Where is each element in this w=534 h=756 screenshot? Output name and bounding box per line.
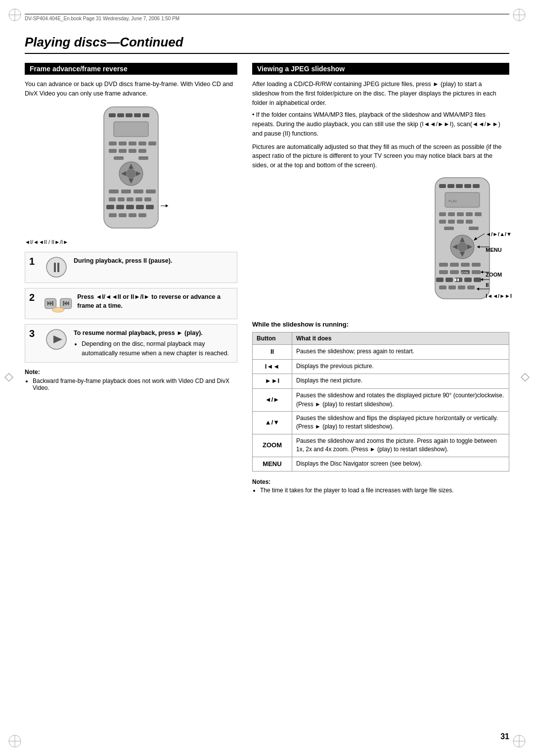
svg-rect-26: [109, 149, 117, 153]
table-button-cell: I◄◄: [253, 359, 292, 374]
svg-rect-74: [439, 184, 446, 188]
step-1-text: During playback, press II (pause).: [74, 256, 172, 266]
svg-rect-49: [126, 205, 134, 209]
right-para1: After loading a CD/CD-R/RW containing JP…: [252, 80, 509, 139]
svg-rect-112: [455, 279, 456, 281]
svg-rect-83: [457, 212, 464, 216]
menu-label: MENU: [486, 246, 512, 253]
svg-rect-40: [134, 189, 143, 193]
slideshow-section: While the slideshow is running: Button W…: [252, 321, 509, 494]
left-note-section: Note: Backward frame-by-frame playback d…: [25, 369, 237, 391]
svg-rect-47: [106, 205, 114, 209]
svg-rect-117: [467, 285, 475, 289]
table-row: IIPauses the slideshow; press again to r…: [253, 344, 509, 359]
svg-rect-28: [129, 149, 136, 153]
main-content: Playing discs—Continued Frame advance/fr…: [25, 35, 509, 726]
table-desc-cell: Pauses the slideshow and rotates the dis…: [292, 389, 509, 412]
svg-rect-45: [135, 197, 142, 201]
right-para2: Pictures are automatically adjusted so t…: [252, 142, 509, 170]
right-notes-heading: Notes:: [252, 478, 270, 485]
svg-rect-46: [144, 197, 151, 201]
svg-rect-38: [109, 189, 119, 193]
table-desc-cell: Displays the Disc Navigator screen (see …: [292, 457, 509, 472]
svg-rect-82: [448, 212, 455, 216]
left-column: Frame advance/frame reverse You can adva…: [25, 63, 237, 391]
svg-rect-60: [54, 263, 56, 272]
svg-text:ZOOM: ZOOM: [461, 271, 468, 274]
left-note-1: Backward frame-by-frame playback does no…: [33, 378, 237, 391]
step-1-icon: [44, 256, 69, 279]
svg-rect-111: [474, 278, 481, 282]
svg-rect-88: [457, 220, 464, 224]
side-mark-right: [520, 373, 530, 384]
svg-rect-50: [136, 205, 144, 209]
svg-rect-52: [109, 213, 117, 217]
table-desc-cell: Pauses the slideshow; press again to res…: [292, 344, 509, 359]
step-3-main: To resume normal playback, press ► (play…: [74, 330, 203, 336]
corner-mark-br: [512, 734, 527, 749]
svg-rect-55: [138, 213, 146, 217]
svg-rect-31: [138, 156, 148, 160]
table-button-cell: ►►I: [253, 374, 292, 389]
svg-rect-102: [439, 270, 448, 274]
remote-right-labels: ◄/►/▲/▼ MENU ZOOM II I◄◄/►►I: [486, 175, 512, 299]
svg-point-33: [126, 169, 136, 179]
svg-rect-115: [448, 285, 456, 289]
right-note-1: The time it takes for the player to load…: [260, 487, 509, 494]
corner-mark-bl: [7, 734, 22, 749]
steps-container: 1 During playback, press II (pause).: [25, 252, 237, 363]
step-3-text: To resume normal playback, press ► (play…: [74, 329, 233, 358]
svg-point-70: [52, 307, 64, 312]
side-mark-left: [4, 373, 14, 384]
svg-rect-84: [466, 212, 473, 216]
svg-rect-21: [109, 142, 117, 145]
svg-rect-43: [118, 197, 125, 201]
left-remote-label: ◄I/◄◄II / II►/I►: [25, 239, 237, 245]
svg-rect-77: [464, 184, 471, 188]
svg-rect-30: [114, 156, 124, 160]
arrow-label: ◄/►/▲/▼: [486, 231, 512, 237]
svg-rect-65: [52, 301, 53, 306]
svg-rect-75: [447, 184, 454, 188]
right-notes-section: Notes: The time it takes for the player …: [252, 478, 509, 494]
svg-rect-99: [450, 263, 459, 267]
svg-rect-98: [439, 263, 448, 267]
page-title: Playing discs—Continued: [25, 35, 509, 54]
svg-rect-101: [472, 263, 481, 267]
skip-label: I◄◄/►►I: [486, 292, 512, 299]
table-row: ►►IDisplays the next picture.: [253, 374, 509, 389]
svg-marker-12: [5, 374, 13, 381]
page-title-text: Playing discs—Continued: [25, 35, 183, 49]
svg-marker-13: [521, 374, 529, 381]
table-row: ◄/►Pauses the slideshow and rotates the …: [253, 389, 509, 412]
table-button-cell: ◄/►: [253, 389, 292, 412]
svg-rect-76: [456, 184, 463, 188]
step-3-number: 3: [29, 329, 39, 338]
step-2-icon: [44, 292, 72, 315]
svg-rect-42: [109, 197, 116, 201]
table-row: I◄◄Displays the previous picture.: [253, 359, 509, 374]
step-1-number: 1: [29, 256, 39, 266]
left-remote-svg: II: [91, 104, 171, 233]
svg-rect-110: [464, 278, 472, 282]
svg-rect-85: [475, 212, 482, 216]
step-3-bullet: Depending on the disc, normal playback m…: [82, 339, 233, 358]
svg-rect-25: [148, 142, 156, 145]
table-button-cell: II: [253, 344, 292, 359]
svg-rect-15: [109, 113, 116, 117]
top-bar: DV-SP404.404E_En.book Page 31 Wednesday,…: [25, 14, 509, 21]
svg-rect-41: [146, 189, 156, 193]
right-column: Viewing a JPEG slideshow After loading a…: [252, 63, 509, 494]
step-2: 2: [25, 288, 237, 319]
corner-mark-tr: [512, 7, 527, 22]
table-col2-header: What it does: [292, 332, 509, 344]
svg-rect-18: [134, 113, 141, 117]
svg-rect-113: [457, 279, 459, 281]
right-remote-wrapper: PLAY: [252, 175, 509, 314]
svg-rect-81: [439, 212, 446, 216]
table-desc-cell: Displays the next picture.: [292, 374, 509, 389]
table-button-cell: MENU: [253, 457, 292, 472]
top-bar-text: DV-SP404.404E_En.book Page 31 Wednesday,…: [25, 16, 179, 21]
svg-rect-23: [129, 142, 136, 145]
zoom-label: ZOOM: [486, 271, 512, 278]
